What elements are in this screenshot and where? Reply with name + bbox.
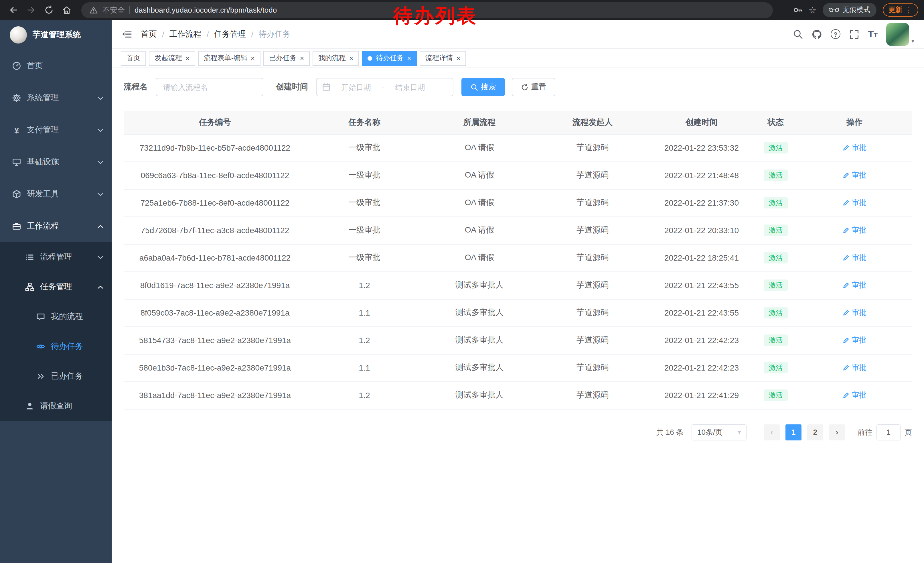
prev-page-button[interactable]: ‹ — [764, 424, 780, 440]
approve-link[interactable]: 审批 — [842, 252, 867, 263]
home-icon[interactable] — [59, 2, 74, 18]
forward-icon[interactable] — [24, 2, 39, 18]
approve-link[interactable]: 审批 — [842, 335, 867, 345]
sidebar-item-devtools[interactable]: 研发工具 — [0, 178, 112, 210]
cell-create-time: 2022-01-21 22:43:55 — [649, 299, 754, 326]
sitemap-icon — [25, 282, 34, 291]
caret-down-icon: ▾ — [911, 36, 914, 45]
approve-link[interactable]: 审批 — [842, 225, 867, 236]
status-badge: 激活 — [764, 170, 788, 181]
edit-pencil-icon — [842, 144, 849, 151]
end-date-input[interactable] — [388, 83, 432, 92]
close-icon[interactable]: × — [186, 55, 189, 62]
page-size-select[interactable]: 10条/页 ▾ — [692, 424, 747, 440]
approve-link[interactable]: 审批 — [842, 170, 867, 180]
sidebar-item-home[interactable]: 首页 — [0, 50, 112, 82]
sidebar-item-todo-tasks[interactable]: 待办任务 — [0, 332, 112, 362]
approve-link[interactable]: 审批 — [842, 390, 867, 400]
close-icon[interactable]: × — [349, 55, 353, 62]
update-browser-button[interactable]: 更新 ⋮ — [883, 3, 918, 17]
cell-process: OA 请假 — [423, 244, 536, 272]
close-icon[interactable]: × — [407, 55, 411, 62]
fullscreen-icon[interactable] — [849, 29, 859, 39]
monitor-icon — [12, 158, 21, 167]
sidebar-item-infra[interactable]: 基础设施 — [0, 146, 112, 178]
cell-task-name: 一级审批 — [306, 216, 423, 244]
chevron-down-icon — [98, 128, 104, 132]
browser-menu-icon: ⋮ — [905, 6, 912, 14]
close-icon[interactable]: × — [300, 55, 304, 62]
sidebar-item-process-mgmt[interactable]: 流程管理 — [0, 242, 112, 272]
tab-process-form-edit[interactable]: 流程表单-编辑× — [198, 51, 261, 66]
breadcrumb-item-task-mgmt[interactable]: 任务管理 — [214, 29, 246, 39]
close-icon[interactable]: × — [251, 55, 255, 62]
edit-pencil-icon — [842, 309, 849, 316]
sidebar-item-my-process[interactable]: 我的流程 — [0, 302, 112, 332]
sidebar-item-payment[interactable]: ¥ 支付管理 — [0, 114, 112, 146]
approve-link[interactable]: 审批 — [842, 143, 867, 153]
yen-icon: ¥ — [12, 125, 21, 135]
password-key-icon[interactable] — [793, 5, 802, 15]
page-unit-label: 页 — [904, 427, 912, 437]
close-icon[interactable]: × — [456, 55, 460, 62]
create-time-label: 创建时间 — [276, 82, 308, 92]
sidebar-item-system[interactable]: 系统管理 — [0, 82, 112, 114]
cell-create-time: 2022-01-22 21:48:48 — [649, 162, 754, 189]
table-row: 069c6a63-7b8a-11ec-8ef0-acde48001122 一级审… — [124, 162, 912, 189]
back-icon[interactable] — [6, 2, 21, 18]
breadcrumb-item-home[interactable]: 首页 — [141, 29, 157, 39]
github-icon[interactable] — [812, 29, 822, 39]
table-header-row: 任务编号 任务名称 所属流程 流程发起人 创建时间 状态 操作 — [124, 111, 912, 134]
app-logo-row[interactable]: 芋道管理系统 — [0, 20, 112, 50]
date-range-picker[interactable]: - — [316, 78, 453, 96]
start-date-input[interactable] — [334, 83, 378, 92]
status-badge: 激活 — [764, 142, 788, 153]
refresh-icon[interactable] — [41, 2, 57, 18]
briefcase-icon — [12, 222, 21, 231]
date-range-separator: - — [382, 83, 384, 92]
sidebar-item-task-mgmt[interactable]: 任务管理 — [0, 272, 112, 302]
tab-process-detail[interactable]: 流程详情× — [420, 51, 466, 66]
page-button-2[interactable]: 2 — [807, 424, 823, 440]
status-badge: 激活 — [764, 225, 788, 236]
refresh-icon — [521, 83, 528, 91]
table-row: 58154733-7ac8-11ec-a9e2-a2380e71991a 1.2… — [124, 326, 912, 354]
bookmark-star-icon[interactable]: ☆ — [808, 6, 816, 14]
approve-link[interactable]: 审批 — [842, 363, 867, 373]
cell-process: OA 请假 — [423, 189, 536, 216]
sidebar-fold-icon[interactable] — [122, 29, 132, 39]
cell-create-time: 2022-01-21 22:42:23 — [649, 354, 754, 381]
approve-link[interactable]: 审批 — [842, 308, 867, 318]
sidebar-item-workflow[interactable]: 工作流程 — [0, 210, 112, 242]
col-header-starter: 流程发起人 — [536, 111, 649, 134]
search-icon[interactable] — [793, 29, 803, 39]
tab-my-process[interactable]: 我的流程× — [313, 51, 359, 66]
table-row: 8f059c03-7ac8-11ec-a9e2-a2380e71991a 1.1… — [124, 299, 912, 326]
tab-initiate-process[interactable]: 发起流程× — [149, 51, 195, 66]
edit-pencil-icon — [842, 254, 849, 261]
font-size-icon[interactable]: TT — [868, 29, 878, 39]
edit-pencil-icon — [842, 227, 849, 234]
help-icon[interactable]: ? — [831, 29, 840, 39]
security-label: 不安全 — [102, 5, 125, 15]
tab-todo-tasks[interactable]: 待办任务× — [362, 51, 417, 66]
user-avatar-wrap[interactable]: ▾ — [886, 23, 914, 45]
process-name-input[interactable] — [156, 78, 263, 96]
search-button[interactable]: 搜索 — [461, 78, 505, 96]
cell-task-name: 1.2 — [306, 381, 423, 409]
next-page-button[interactable]: › — [829, 424, 845, 440]
chevron-down-icon — [98, 255, 104, 259]
reset-button[interactable]: 重置 — [512, 78, 555, 96]
approve-link[interactable]: 审批 — [842, 198, 867, 208]
tab-done-tasks[interactable]: 已办任务× — [263, 51, 310, 66]
tab-home[interactable]: 首页 — [121, 51, 146, 66]
breadcrumb-item-workflow[interactable]: 工作流程 — [170, 29, 201, 39]
sidebar-item-done-tasks[interactable]: 已办任务 — [0, 362, 112, 391]
dashboard-icon — [12, 61, 21, 71]
top-navbar: 首页 / 工作流程 / 任务管理 / 待办任务 ? — [112, 20, 924, 49]
approve-link[interactable]: 审批 — [842, 280, 867, 290]
sidebar-item-leave-query[interactable]: 请假查询 — [0, 391, 112, 421]
cell-task-id: 73211d9d-7b9b-11ec-b5b7-acde48001122 — [124, 134, 306, 162]
page-button-1[interactable]: 1 — [786, 424, 801, 440]
goto-page-input[interactable] — [876, 424, 900, 440]
